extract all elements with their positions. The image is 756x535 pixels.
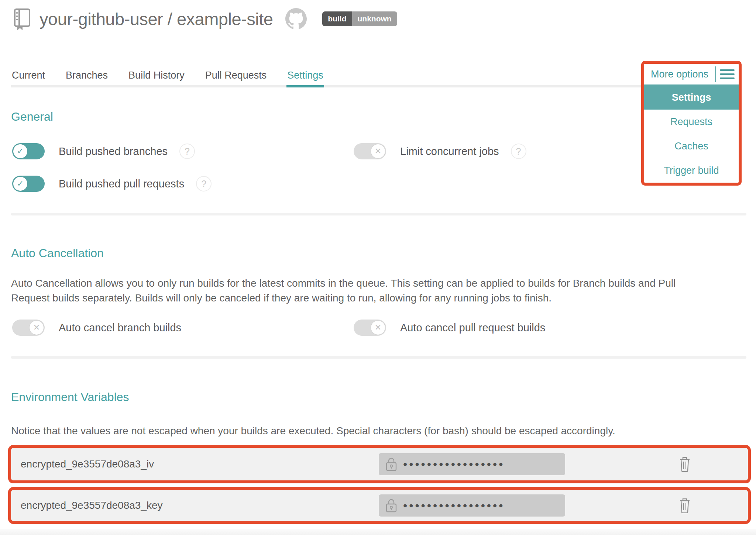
lock-icon — [385, 498, 398, 513]
help-icon[interactable]: ? — [196, 176, 212, 191]
toggle-label: Build pushed branches — [59, 145, 168, 158]
auto-cancel-branch-builds-toggle[interactable]: ✕ — [12, 320, 45, 336]
trash-icon — [678, 456, 691, 472]
masked-value: ••••••••••••••••• — [403, 453, 505, 475]
general-heading: General — [11, 110, 53, 124]
env-var-name: encrypted_9e3557de08a3_iv — [11, 458, 154, 470]
build-pushed-pull-requests-toggle[interactable]: ✓ — [12, 176, 45, 192]
auto-cancellation-description: Auto Cancellation allows you to only run… — [11, 276, 712, 306]
help-icon[interactable]: ? — [179, 144, 195, 159]
env-variables-notice: Notice that the values are not escaped w… — [11, 424, 735, 438]
build-status-badge: build unknown — [322, 11, 397, 26]
delete-env-var-button[interactable] — [678, 456, 691, 472]
toggle-label: Build pushed pull requests — [59, 178, 184, 190]
toggle-label: Auto cancel pull request builds — [400, 322, 545, 334]
env-var-name: encrypted_9e3557de08a3_key — [11, 500, 163, 511]
repository-book-icon — [12, 7, 32, 30]
limit-concurrent-jobs-row: ✕ Limit concurrent jobs ? — [354, 143, 526, 159]
hamburger-menu-icon[interactable] — [716, 69, 739, 79]
env-var-row-iv: encrypted_9e3557de08a3_iv ••••••••••••••… — [8, 445, 751, 483]
help-icon[interactable]: ? — [511, 144, 526, 159]
build-pushed-branches-toggle[interactable]: ✓ — [12, 143, 45, 159]
more-options-dropdown: More options Settings Requests Caches Tr… — [641, 61, 742, 186]
more-options-label[interactable]: More options — [644, 69, 715, 80]
env-var-row-key: encrypted_9e3557de08a3_key •••••••••••••… — [8, 487, 751, 524]
toggle-label: Limit concurrent jobs — [400, 145, 499, 158]
limit-concurrent-jobs-toggle[interactable]: ✕ — [354, 143, 386, 159]
page-title: your-github-user / example-site — [39, 9, 273, 29]
menu-item-settings[interactable]: Settings — [644, 85, 739, 110]
badge-label: build — [322, 11, 352, 26]
travis-settings-page: your-github-user / example-site build un… — [0, 0, 756, 535]
section-divider — [11, 356, 746, 359]
github-logo-icon[interactable] — [285, 8, 307, 30]
more-options-header[interactable]: More options — [644, 64, 739, 85]
trash-icon — [678, 498, 691, 513]
toggle-check-icon: ✓ — [13, 177, 27, 191]
tab-build-history[interactable]: Build History — [128, 68, 185, 85]
menu-item-caches[interactable]: Caches — [644, 134, 739, 158]
toggle-x-icon: ✕ — [30, 321, 44, 335]
auto-cancel-pull-request-builds-toggle[interactable]: ✕ — [354, 320, 386, 336]
tab-current[interactable]: Current — [11, 68, 46, 85]
auto-cancel-pull-request-builds-row: ✕ Auto cancel pull request builds — [354, 320, 545, 336]
tab-settings[interactable]: Settings — [286, 68, 324, 87]
toggle-x-icon: ✕ — [371, 144, 385, 158]
env-var-secret-value[interactable]: ••••••••••••••••• — [379, 453, 565, 475]
toggle-x-icon: ✕ — [371, 321, 385, 335]
auto-cancel-branch-builds-row: ✕ Auto cancel branch builds — [12, 320, 181, 336]
masked-value: ••••••••••••••••• — [403, 494, 505, 517]
badge-status: unknown — [352, 11, 397, 26]
menu-item-requests[interactable]: Requests — [644, 110, 739, 134]
build-pushed-branches-row: ✓ Build pushed branches ? — [12, 143, 195, 159]
tab-branches[interactable]: Branches — [65, 68, 109, 85]
toggle-label: Auto cancel branch builds — [59, 322, 181, 334]
repo-tabbar: Current Branches Build History Pull Requ… — [11, 68, 641, 87]
menu-item-trigger-build[interactable]: Trigger build — [644, 158, 739, 183]
environment-variables-heading: Environment Variables — [11, 390, 129, 404]
tab-pull-requests[interactable]: Pull Requests — [205, 68, 268, 85]
auto-cancellation-heading: Auto Cancellation — [11, 246, 104, 260]
repo-header: your-github-user / example-site build un… — [12, 7, 397, 30]
toggle-check-icon: ✓ — [13, 144, 27, 158]
env-var-secret-value[interactable]: ••••••••••••••••• — [379, 494, 565, 517]
delete-env-var-button[interactable] — [678, 498, 691, 513]
build-pushed-pull-requests-row: ✓ Build pushed pull requests ? — [12, 176, 212, 192]
section-divider — [11, 213, 746, 215]
lock-icon — [385, 456, 398, 472]
next-row-peek — [0, 529, 756, 535]
